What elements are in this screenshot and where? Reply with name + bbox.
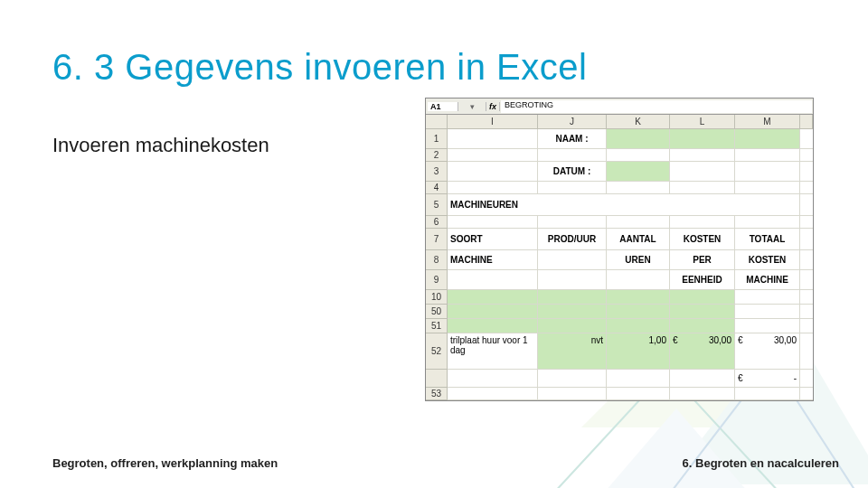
name-box[interactable]: A1 (428, 102, 458, 111)
cell[interactable] (670, 388, 735, 400)
cell[interactable] (538, 250, 607, 270)
cell[interactable] (607, 149, 670, 162)
cell[interactable] (538, 149, 607, 162)
cell[interactable] (448, 182, 538, 194)
cell-hdr-aantal[interactable]: AANTAL (607, 229, 670, 250)
cell-item-desc[interactable]: trilplaat huur voor 1 dag (448, 333, 538, 370)
col-header-m[interactable]: M (735, 115, 800, 129)
row-header[interactable]: 6 (426, 216, 448, 229)
cell-naam-label[interactable]: NAAM : (538, 129, 607, 149)
cell[interactable] (448, 129, 538, 149)
row-header[interactable]: 7 (426, 229, 448, 250)
cell[interactable] (735, 182, 800, 194)
row-header-blank[interactable] (426, 370, 448, 388)
row-header[interactable]: 50 (426, 305, 448, 319)
cell[interactable] (735, 305, 800, 319)
cell[interactable] (448, 290, 538, 305)
cell[interactable] (448, 319, 538, 333)
cell[interactable] (538, 370, 607, 388)
row-header[interactable]: 10 (426, 290, 448, 305)
value: 30,00 (709, 335, 731, 345)
cell[interactable] (670, 305, 735, 319)
cell[interactable] (448, 162, 538, 182)
cell[interactable] (735, 162, 800, 182)
cell-hdr-uren[interactable]: UREN (607, 250, 670, 270)
cell-hdr-kosten[interactable]: KOSTEN (670, 229, 735, 250)
cell-datum-value[interactable] (607, 162, 670, 182)
cell-stub (800, 333, 813, 370)
cell[interactable] (538, 290, 607, 305)
cell-totaal[interactable]: € 30,00 (735, 333, 800, 370)
cell-hdr-soort[interactable]: SOORT (448, 229, 538, 250)
cell[interactable] (670, 182, 735, 194)
cell-hdr-kosten2[interactable]: KOSTEN (735, 250, 800, 270)
col-header-i[interactable]: I (448, 115, 538, 129)
row-header[interactable]: 5 (426, 194, 448, 216)
row-header[interactable]: 4 (426, 182, 448, 194)
cell[interactable] (670, 290, 735, 305)
namebox-dropdown-icon[interactable]: ▾ (458, 102, 486, 111)
cell[interactable] (735, 290, 800, 305)
cell[interactable] (735, 319, 800, 333)
cell[interactable] (448, 149, 538, 162)
cell[interactable] (735, 129, 800, 149)
cell-hdr-machine[interactable]: MACHINE (448, 250, 538, 270)
corner-select-all[interactable] (426, 115, 448, 129)
cell[interactable] (670, 162, 735, 182)
row-header[interactable]: 52 (426, 333, 448, 370)
cell-empty-total[interactable]: € - (735, 370, 800, 388)
cell[interactable] (670, 319, 735, 333)
cell-hdr-totaal[interactable]: TOTAAL (735, 229, 800, 250)
cell[interactable] (670, 216, 735, 229)
cell-hdr-machine2[interactable]: MACHINE (735, 270, 800, 290)
cell[interactable] (538, 319, 607, 333)
row-header[interactable]: 8 (426, 250, 448, 270)
row-header[interactable]: 53 (426, 388, 448, 400)
cell[interactable] (448, 270, 538, 290)
cell-naam-value[interactable] (607, 129, 670, 149)
cell[interactable] (448, 370, 538, 388)
cell-hdr-per[interactable]: PER (670, 250, 735, 270)
cell[interactable] (607, 305, 670, 319)
cell-machineuren[interactable]: MACHINEUREN (448, 194, 800, 216)
cell[interactable] (607, 319, 670, 333)
cell[interactable] (538, 182, 607, 194)
row-header[interactable]: 1 (426, 129, 448, 149)
cell[interactable] (607, 370, 670, 388)
cell[interactable] (607, 290, 670, 305)
cell-kosten[interactable]: € 30,00 (670, 333, 735, 370)
cell[interactable] (538, 388, 607, 400)
value: 30,00 (774, 335, 797, 345)
cell[interactable] (670, 129, 735, 149)
cell[interactable] (607, 388, 670, 400)
cell[interactable] (670, 370, 735, 388)
cell[interactable] (735, 149, 800, 162)
row-header[interactable]: 9 (426, 270, 448, 290)
col-header-k[interactable]: K (607, 115, 670, 129)
cell-aantal[interactable]: 1,00 (607, 333, 670, 370)
cell[interactable] (607, 182, 670, 194)
cell[interactable] (538, 216, 607, 229)
row-header[interactable]: 51 (426, 319, 448, 333)
cell[interactable] (448, 388, 538, 400)
row-header[interactable]: 3 (426, 162, 448, 182)
cell[interactable] (538, 270, 607, 290)
cell[interactable] (538, 305, 607, 319)
cell-prod[interactable]: nvt (538, 333, 607, 370)
row-header[interactable]: 2 (426, 149, 448, 162)
cell[interactable] (607, 216, 670, 229)
cell[interactable] (448, 305, 538, 319)
cell[interactable] (735, 216, 800, 229)
cell[interactable] (607, 270, 670, 290)
cell[interactable] (735, 388, 800, 400)
col-stub (800, 115, 813, 129)
col-header-j[interactable]: J (538, 115, 607, 129)
slide-title: 6. 3 Gegevens invoeren in Excel (52, 47, 587, 88)
col-header-l[interactable]: L (670, 115, 735, 129)
cell-hdr-eenheid[interactable]: EENHEID (670, 270, 735, 290)
cell-datum-label[interactable]: DATUM : (538, 162, 607, 182)
cell[interactable] (670, 149, 735, 162)
formula-input[interactable]: BEGROTING (501, 100, 812, 113)
cell[interactable] (448, 216, 538, 229)
cell-hdr-prod[interactable]: PROD/UUR (538, 229, 607, 250)
